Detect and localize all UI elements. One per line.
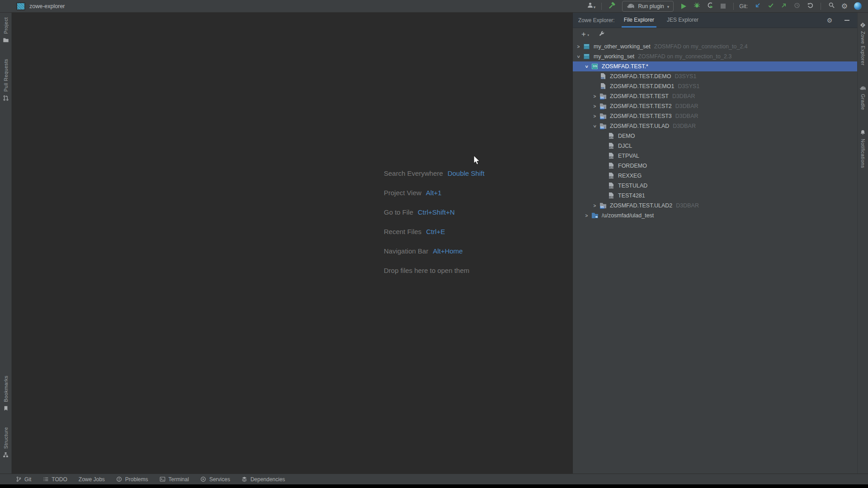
tree-row-zosmfad-test-demo1[interactable]: ZOSMFAD.TEST.DEMO1D3SYS1	[573, 81, 857, 91]
git-commit-button[interactable]	[765, 1, 777, 12]
tool-window-button-bookmarks[interactable]: Bookmarks	[2, 375, 9, 412]
tree-item-secondary: D3DBAR	[675, 103, 698, 109]
hammer-icon	[609, 2, 616, 11]
git-history-button[interactable]	[791, 1, 803, 12]
plus-icon: +	[581, 31, 586, 38]
window-title: zowe-explorer	[29, 3, 65, 9]
tool-window-label: Project	[3, 17, 9, 34]
tree-row-zosmfad-test-test3[interactable]: ZOSMFAD.TEST.TEST3D3DBAR	[573, 111, 857, 121]
pds-icon	[599, 122, 607, 130]
shortcut-hint: Recent FilesCtrl+E	[384, 226, 485, 236]
tree-row-my-other-working-set[interactable]: my_other_working_setZOSMFAD on my_connec…	[573, 42, 857, 52]
tree-row-djcl[interactable]: DJCL	[573, 141, 857, 151]
chevron-right-icon[interactable]	[591, 104, 599, 109]
tree-row-zosmfad-test-ulad2[interactable]: ZOSMFAD.TEST.ULAD2D3DBAR	[573, 201, 857, 211]
member-icon	[608, 142, 615, 150]
arrow-down-left-icon	[755, 2, 761, 10]
tree-row-test4281[interactable]: TEST4281	[573, 191, 857, 201]
tree-row-etpval[interactable]: ETPVAL	[573, 151, 857, 161]
chevron-right-icon[interactable]	[591, 203, 599, 208]
tree-item-secondary: D3DBAR	[676, 202, 699, 209]
code-with-me-button[interactable]	[852, 1, 863, 12]
stop-button[interactable]	[717, 1, 729, 12]
chevron-right-icon[interactable]	[575, 44, 582, 49]
statusbar-item-services[interactable]: Services	[200, 476, 230, 483]
panel-hide-button[interactable]	[841, 15, 853, 26]
tab-file-explorer[interactable]: File Explorer	[624, 13, 654, 28]
git-update-button[interactable]	[752, 1, 764, 12]
tree-item-label: ZOSMFAD.TEST.TEST	[610, 93, 669, 99]
tool-window-button-structure[interactable]: Structure	[2, 427, 9, 458]
chevron-down-icon[interactable]	[591, 124, 599, 129]
chevron-down-icon[interactable]	[583, 64, 590, 69]
zowe-icon: Z	[859, 22, 866, 28]
edit-working-sets-button[interactable]	[596, 29, 608, 40]
statusbar-item-git[interactable]: Git	[15, 476, 31, 483]
shortcut-hint: Navigation BarAlt+Home	[384, 246, 485, 256]
zowe-explorer-panel: Zowe Explorer: File Explorer JES Explore…	[572, 13, 857, 474]
statusbar-item-todo[interactable]: TODO	[42, 476, 67, 483]
tree-row-demo[interactable]: DEMO	[573, 131, 857, 141]
tab-jes-explorer[interactable]: JES Explorer	[667, 13, 698, 28]
gradle-icon	[627, 3, 635, 9]
tree-item-secondary: D3SYS1	[675, 73, 696, 80]
run-button[interactable]	[678, 1, 689, 12]
right-tool-strip: ZZowe ExplorerGradleNotifications	[857, 13, 868, 474]
tool-window-button-notifications[interactable]: Notifications	[859, 129, 866, 168]
statusbar-item-zowe-jobs[interactable]: Zowe Jobs	[79, 476, 105, 483]
tree-row-fordemo[interactable]: FORDEMO	[573, 161, 857, 171]
tree-row-my-working-set[interactable]: my_working_setZOSMFAD on my_connection_t…	[573, 52, 857, 61]
tree-row-zosmfad-test[interactable]: ZOSMFAD.TEST.*	[573, 61, 857, 71]
chevron-down-icon[interactable]	[575, 54, 582, 59]
working-set-icon	[583, 43, 590, 50]
run-configuration-select[interactable]: Run plugin	[622, 1, 674, 12]
tree-row-zosmfad-test-test[interactable]: ZOSMFAD.TEST.TESTD3DBAR	[573, 91, 857, 101]
chevron-right-icon[interactable]	[583, 213, 590, 218]
search-everywhere-button[interactable]	[826, 1, 837, 12]
user-icon	[587, 2, 594, 10]
tool-window-button-zowe-explorer[interactable]: ZZowe Explorer	[859, 22, 866, 66]
chevron-right-icon[interactable]	[591, 94, 599, 99]
pds-icon	[599, 93, 607, 100]
tree-row-rexxeg[interactable]: REXXEG	[573, 171, 857, 181]
panel-header: Zowe Explorer: File Explorer JES Explore…	[573, 13, 857, 28]
add-working-set-button[interactable]: +	[578, 29, 590, 40]
tool-window-label: Pull Requests	[3, 59, 9, 92]
tool-window-button-pull-requests[interactable]: Pull Requests	[2, 59, 9, 101]
statusbar-item-terminal[interactable]: Terminal	[160, 476, 189, 483]
tree-item-label: ZOSMFAD.TEST.DEMO	[610, 73, 671, 80]
terminal-icon	[160, 476, 166, 483]
statusbar-item-dependencies[interactable]: Dependencies	[241, 476, 285, 483]
mask-icon	[591, 63, 599, 70]
user-dropdown-button[interactable]	[585, 1, 597, 12]
build-hammer-button[interactable]	[606, 1, 618, 12]
tree-item-secondary: ZOSMFAD on my_connection_to_2.3	[638, 53, 731, 60]
git-branch-icon	[15, 476, 22, 483]
tool-window-button-gradle[interactable]: Gradle	[859, 84, 866, 110]
statusbar-item-problems[interactable]: Problems	[116, 476, 148, 483]
tree-item-label: DJCL	[618, 143, 632, 149]
tree-row-u-zosmfad-ulad-test[interactable]: /u/zosmfad/ulad_test	[573, 211, 857, 221]
tree-item-secondary: D3DBAR	[672, 93, 695, 99]
tree-item-label: my_working_set	[594, 53, 634, 60]
tree-item-secondary: D3DBAR	[675, 113, 698, 119]
tree-item-label: ETPVAL	[618, 153, 639, 159]
chevron-right-icon[interactable]	[591, 114, 599, 119]
settings-button[interactable]	[839, 1, 850, 12]
tree-row-testulad[interactable]: TESTULAD	[573, 181, 857, 191]
debug-button[interactable]	[691, 1, 703, 12]
tree-row-zosmfad-test-demo[interactable]: ZOSMFAD.TEST.DEMOD3SYS1	[573, 71, 857, 81]
git-push-button[interactable]	[778, 1, 790, 12]
bookmark-icon	[2, 405, 9, 412]
git-rollback-button[interactable]	[804, 1, 816, 12]
tool-window-button-project[interactable]: Project	[2, 17, 9, 43]
tree-item-label: ZOSMFAD.TEST.TEST3	[610, 113, 672, 119]
tree-row-zosmfad-test-test2[interactable]: ZOSMFAD.TEST.TEST2D3DBAR	[573, 101, 857, 111]
panel-toolbar: +	[573, 28, 857, 40]
project-folder-icon	[2, 37, 9, 43]
toolbar-separator	[601, 3, 602, 10]
uss-dir-icon	[591, 212, 599, 219]
tree-row-zosmfad-test-ulad[interactable]: ZOSMFAD.TEST.ULADD3DBAR	[573, 121, 857, 131]
profiler-button[interactable]	[704, 1, 716, 12]
panel-settings-button[interactable]	[824, 15, 835, 26]
